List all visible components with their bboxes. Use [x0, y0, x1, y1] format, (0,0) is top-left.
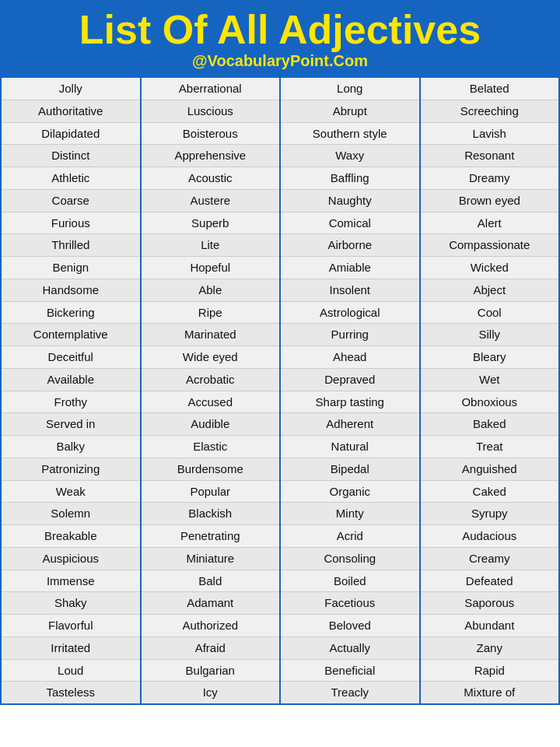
list-item: Baked: [421, 413, 559, 436]
list-item: Anguished: [421, 458, 559, 481]
list-item: Brown eyed: [421, 190, 559, 212]
list-item: Compassionate: [421, 234, 559, 257]
list-item: Boisterous: [142, 123, 280, 146]
list-item: Astrological: [281, 302, 419, 324]
list-item: Balky: [2, 436, 140, 458]
list-item: Rapid: [421, 660, 559, 682]
list-item: Amiable: [281, 257, 419, 279]
list-item: Able: [142, 279, 280, 302]
column-1: JollyAuthoritativeDilapidatedDistinctAth…: [2, 78, 142, 703]
list-item: Tasteless: [2, 682, 140, 703]
list-item: Wicked: [421, 257, 559, 279]
header: List Of All Adjectives @VocabularyPoint.…: [0, 0, 560, 76]
list-item: Lite: [142, 234, 280, 257]
list-item: Insolent: [281, 279, 419, 302]
list-item: Solemn: [2, 503, 140, 525]
list-item: Immense: [2, 570, 140, 593]
list-item: Marinated: [142, 324, 280, 346]
columns-container: JollyAuthoritativeDilapidatedDistinctAth…: [2, 78, 558, 703]
list-item: Consoling: [281, 548, 419, 570]
list-item: Sharp tasting: [281, 391, 419, 414]
list-item: Breakable: [2, 525, 140, 548]
list-item: Treacly: [281, 682, 419, 703]
list-item: Dilapidated: [2, 123, 140, 146]
list-item: Austere: [142, 190, 280, 212]
list-item: Facetious: [281, 592, 419, 615]
list-item: Wet: [421, 369, 559, 391]
list-item: Patronizing: [2, 458, 140, 481]
list-item: Weak: [2, 481, 140, 503]
list-item: Adherent: [281, 413, 419, 436]
list-item: Icy: [142, 682, 280, 703]
list-item: Minty: [281, 503, 419, 525]
list-item: Actually: [281, 637, 419, 660]
list-item: Beneficial: [281, 660, 419, 682]
list-item: Organic: [281, 481, 419, 503]
list-item: Loud: [2, 660, 140, 682]
list-item: Naughty: [281, 190, 419, 212]
list-item: Bickering: [2, 302, 140, 324]
list-item: Purring: [281, 324, 419, 346]
list-item: Belated: [421, 78, 559, 100]
list-item: Creamy: [421, 548, 559, 570]
list-item: Mixture of: [421, 682, 559, 703]
list-item: Blackish: [142, 503, 280, 525]
list-item: Bleary: [421, 346, 559, 369]
list-item: Served in: [2, 413, 140, 436]
column-4: BelatedScreechingLavishResonantDreamyBro…: [421, 78, 559, 703]
column-3: LongAbruptSouthern styleWaxyBafflingNaug…: [281, 78, 421, 703]
list-item: Comical: [281, 212, 419, 235]
column-2: AberrationalLusciousBoisterousApprehensi…: [142, 78, 282, 703]
list-item: Authorized: [142, 615, 280, 637]
list-item: Frothy: [2, 391, 140, 414]
list-item: Flavorful: [2, 615, 140, 637]
list-item: Coarse: [2, 190, 140, 212]
list-item: Syrupy: [421, 503, 559, 525]
list-item: Authoritative: [2, 100, 140, 123]
list-item: Baffling: [281, 167, 419, 190]
list-item: Depraved: [281, 369, 419, 391]
page-subtitle: @VocabularyPoint.Com: [12, 52, 548, 70]
list-item: Resonant: [421, 145, 559, 167]
list-item: Deceitful: [2, 346, 140, 369]
list-item: Hopeful: [142, 257, 280, 279]
list-item: Aberrational: [142, 78, 280, 100]
list-item: Acrid: [281, 525, 419, 548]
list-item: Bipedal: [281, 458, 419, 481]
list-item: Luscious: [142, 100, 280, 123]
list-item: Contemplative: [2, 324, 140, 346]
list-item: Athletic: [2, 167, 140, 190]
list-item: Auspicious: [2, 548, 140, 570]
list-item: Handsome: [2, 279, 140, 302]
list-item: Wide eyed: [142, 346, 280, 369]
list-item: Superb: [142, 212, 280, 235]
adjectives-table: JollyAuthoritativeDilapidatedDistinctAth…: [0, 76, 560, 705]
list-item: Lavish: [421, 123, 559, 146]
list-item: Cool: [421, 302, 559, 324]
list-item: Irritated: [2, 637, 140, 660]
list-item: Audacious: [421, 525, 559, 548]
list-item: Miniature: [142, 548, 280, 570]
list-item: Caked: [421, 481, 559, 503]
list-item: Afraid: [142, 637, 280, 660]
list-item: Dreamy: [421, 167, 559, 190]
list-item: Defeated: [421, 570, 559, 593]
list-item: Thrilled: [2, 234, 140, 257]
list-item: Abundant: [421, 615, 559, 637]
list-item: Alert: [421, 212, 559, 235]
page-wrapper: List Of All Adjectives @VocabularyPoint.…: [0, 0, 560, 705]
list-item: Boiled: [281, 570, 419, 593]
list-item: Ahead: [281, 346, 419, 369]
list-item: Elastic: [142, 436, 280, 458]
list-item: Furious: [2, 212, 140, 235]
list-item: Bald: [142, 570, 280, 593]
list-item: Apprehensive: [142, 145, 280, 167]
list-item: Silly: [421, 324, 559, 346]
list-item: Treat: [421, 436, 559, 458]
list-item: Waxy: [281, 145, 419, 167]
list-item: Ripe: [142, 302, 280, 324]
list-item: Benign: [2, 257, 140, 279]
list-item: Long: [281, 78, 419, 100]
list-item: Southern style: [281, 123, 419, 146]
list-item: Airborne: [281, 234, 419, 257]
